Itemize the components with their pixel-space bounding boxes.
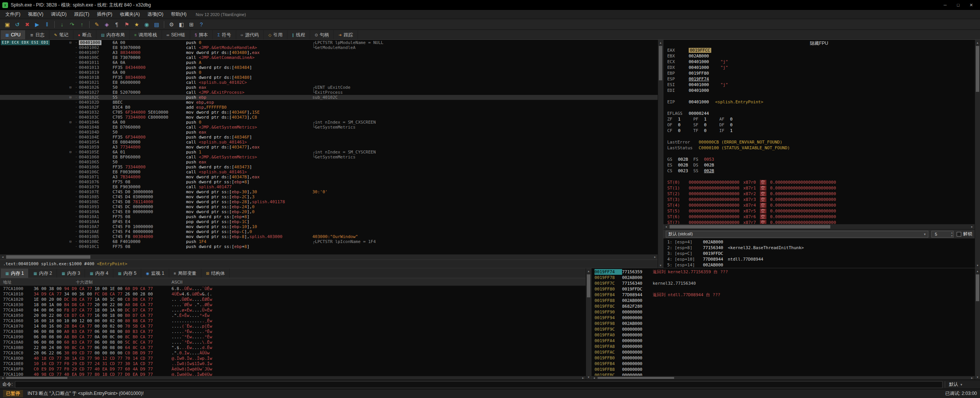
menu-help[interactable]: 帮助(H) xyxy=(167,10,191,19)
register-row[interactable]: EDI00401000 xyxy=(663,88,975,93)
stack-row[interactable]: 0019FF9C00000000 xyxy=(591,326,975,332)
disasm-row[interactable]: ·004010A7C745 F0 10000000mov dword ptr s… xyxy=(0,224,658,229)
tab-call-stack[interactable]: ≡调用堆栈 xyxy=(130,30,162,39)
call-arg-row[interactable]: 4:[esp+10]77D08944ntdll.77D08944 xyxy=(663,256,975,262)
assemble-button[interactable]: ✎ xyxy=(92,20,102,29)
stack-row[interactable]: 0019FFA000000000 xyxy=(591,332,975,338)
dump-row[interactable]: 77CA103018 00 1A 00 B4 D8 CA 77 20 00 22… xyxy=(0,302,586,308)
disasm-row[interactable]: ⊟·0040102650push eax┌UINT uExitCode xyxy=(0,85,658,90)
register-row[interactable] xyxy=(663,134,975,139)
tab-references[interactable]: ◇引用 xyxy=(264,30,287,39)
scroll-right-icon[interactable]: ▸ xyxy=(969,376,975,380)
disasm-row[interactable]: EIP ECX EDX ESI EDI⊟·004010006A 00push 0… xyxy=(0,40,658,45)
scroll-thumb[interactable] xyxy=(6,377,67,379)
registers-h-scrollbar[interactable]: ◂ ▸ xyxy=(663,224,975,229)
disasm-row[interactable]: ⊟·004010466A 00push 0┌int nIndex = SM_CX… xyxy=(0,120,658,125)
tab-handles[interactable]: ⊙句柄 xyxy=(310,30,334,39)
register-row[interactable]: ST(2)00000000000000000000x87r2空0.0000000… xyxy=(663,191,975,197)
calculator-button[interactable]: ⊞ xyxy=(186,20,196,29)
scroll-down-icon[interactable]: ▾ xyxy=(586,374,591,380)
register-row[interactable] xyxy=(663,151,975,157)
tab-notes[interactable]: ✎笔记 xyxy=(49,30,73,39)
dump-row[interactable]: 77CA101034 D9 CA 77 34 00 36 00 FC D8 CA… xyxy=(0,292,586,297)
about-button[interactable]: ? xyxy=(196,20,206,29)
dump-row[interactable]: 77CA104004 00 06 00 F8 D7 CA 77 18 00 1A… xyxy=(0,308,586,313)
stack-row[interactable]: 0019FF9000000000 xyxy=(591,309,975,315)
step-into-button[interactable]: ↓ xyxy=(57,20,67,29)
disasm-row[interactable]: ·0040106550push eax xyxy=(0,160,658,165)
disasm-row[interactable]: ·0040101BFF35 80344000push dword ptr ds:… xyxy=(0,75,658,80)
dump-rows[interactable]: 77CA100036 00 38 00 94 D9 CA 77 10 00 1E… xyxy=(0,286,586,376)
disasm-row[interactable]: ·0040102F83C4 B0add esp,FFFFFFB0 xyxy=(0,105,658,110)
stack-row[interactable]: 0019FFB400000000 xyxy=(591,361,975,367)
dump-row[interactable]: 77CA110040 98 CD 77 40 EA D9 77 80 18 CD… xyxy=(0,372,586,376)
disasm-row[interactable]: ·00401032C705 6F344000 5E010000mov dword… xyxy=(0,110,658,115)
stack-row[interactable]: 0019FFA800000000 xyxy=(591,344,975,349)
stack-row[interactable]: 0019FF7477156359返回到 kernel32.77156359 自 … xyxy=(591,269,975,275)
command-profile-select[interactable]: 默认 ▾ xyxy=(945,381,978,388)
stack-row[interactable]: 0019FFA400000000 xyxy=(591,338,975,344)
open-file-button[interactable]: ▣ xyxy=(2,20,12,29)
stack-row[interactable]: 0019FF8C8682F280 xyxy=(591,303,975,309)
disasm-row[interactable]: ·00401002E8 93070000call <JMP.&GetModule… xyxy=(0,45,658,50)
register-row[interactable]: ZF1PF1AF0 xyxy=(663,116,975,122)
scroll-down-icon[interactable]: ▾ xyxy=(975,374,980,380)
disasm-row[interactable]: ·0040102D8BECmov ebp,esp xyxy=(0,100,658,105)
disasm-row[interactable]: ·004010A1FF75 08push dword ptr ss:[ebp+8… xyxy=(0,214,658,219)
stack-row[interactable]: 0019FF88002AB000 xyxy=(591,298,975,303)
disasm-row[interactable]: ·0040109AC745 E0 00000000mov dword ptr s… xyxy=(0,209,658,214)
scroll-up-icon[interactable]: ▴ xyxy=(658,40,663,45)
minimize-button[interactable]: ─ xyxy=(939,1,952,9)
scroll-right-icon[interactable]: ▸ xyxy=(652,254,658,259)
scroll-thumb[interactable] xyxy=(598,377,674,379)
memory-map-button[interactable]: ▤ xyxy=(152,20,162,29)
scroll-up-icon[interactable]: ▴ xyxy=(975,268,980,274)
disasm-row[interactable]: ⊟·004010BC68 F4010000push 1F4┌LPCTSTR lp… xyxy=(0,239,658,244)
register-row[interactable] xyxy=(663,93,975,99)
dump-tab-memory-5[interactable]: ▦内存 5 xyxy=(113,269,141,278)
disasm-row[interactable]: ·00401079E8 F9030000call splish.401477 xyxy=(0,184,658,189)
dump-tab-memory-2[interactable]: ▦内存 2 xyxy=(29,269,57,278)
disasm-row[interactable]: ·0040104EFF35 6F344000push dword ptr ds:… xyxy=(0,135,658,140)
register-row[interactable]: EDX00401000"j" xyxy=(663,65,975,70)
tab-trace[interactable]: ➔跟踪 xyxy=(334,30,358,39)
dump-tab-memory-4[interactable]: ▦内存 4 xyxy=(85,269,113,278)
stack-rows[interactable]: 0019FF7477156359返回到 kernel32.77156359 自 … xyxy=(591,268,975,376)
scroll-up-icon[interactable]: ▴ xyxy=(975,40,980,45)
dump-row[interactable]: 77CA10A006 00 08 00 60 B3 CA 77 06 00 08… xyxy=(0,340,586,345)
tab-script[interactable]: §脚本 xyxy=(190,30,213,39)
register-row[interactable]: EBX002AB000 xyxy=(663,53,975,59)
register-row[interactable] xyxy=(663,105,975,111)
disasm-v-scrollbar[interactable]: ▴ ▾ xyxy=(658,40,663,268)
register-row[interactable]: ESP0019FF74 xyxy=(663,76,975,82)
label-button[interactable]: ⚑ xyxy=(122,20,132,29)
fold-icon[interactable]: ⊟ xyxy=(67,239,74,244)
disasm-row[interactable]: ·00401007A3 80344000mov dword ptr ds:[40… xyxy=(0,50,658,55)
stack-row[interactable]: 0019FF78002AB000 xyxy=(591,275,975,281)
tab-seh[interactable]: ∞SEH链 xyxy=(162,30,190,39)
menu-favourites[interactable]: 收藏夹(A) xyxy=(116,10,144,19)
dump-tab-struct[interactable]: ⊞结构体 xyxy=(201,269,230,278)
dump-v-scrollbar[interactable]: ▴ ▾ xyxy=(586,268,591,380)
tab-source[interactable]: ‹›源代码 xyxy=(236,30,264,39)
registers-v-scrollbar[interactable]: ▴ ▾ xyxy=(975,40,980,268)
disasm-row[interactable]: ·00401013FF35 84344000push dword ptr ds:… xyxy=(0,65,658,70)
dump-tab-memory-1[interactable]: ▦内存 1 xyxy=(1,269,29,278)
disasm-row[interactable]: ·004010C1FF75 08push dword ptr ss:[ebp+8… xyxy=(0,244,658,249)
disasm-row[interactable]: ·0040100CE8 73070000call <JMP.&GetComman… xyxy=(0,55,658,60)
disasm-row[interactable]: ·00401093C745 DC 00000000mov dword ptr s… xyxy=(0,204,658,209)
menu-debug[interactable]: 调试(D) xyxy=(47,10,70,19)
disasm-row[interactable]: ·004010A48F45 E4pop dword ptr ss:[ebp-1C… xyxy=(0,219,658,224)
register-row[interactable]: ST(7)00000000000000000000x87r7空0.0000000… xyxy=(663,220,975,224)
menu-options[interactable]: 选项(O) xyxy=(144,10,167,19)
register-row[interactable]: CS0023SS002B xyxy=(663,168,975,174)
scroll-right-icon[interactable]: ▸ xyxy=(580,376,586,380)
disasm-row[interactable]: ·004010196A 00push 0 xyxy=(0,70,658,75)
disasm-row[interactable]: ·00401071A3 7B344000mov dword ptr ds:[40… xyxy=(0,175,658,179)
menu-plugins[interactable]: 插件(P) xyxy=(93,10,116,19)
stack-v-scrollbar[interactable]: ▴ ▾ xyxy=(975,268,980,380)
scroll-thumb[interactable] xyxy=(659,46,662,80)
trace-coverage-button[interactable]: ◉ xyxy=(142,20,152,29)
register-row[interactable]: EBP0019FF80 xyxy=(663,70,975,76)
dump-row[interactable]: 77CA10B022 00 24 00 90 8C CA 77 06 00 08… xyxy=(0,345,586,351)
